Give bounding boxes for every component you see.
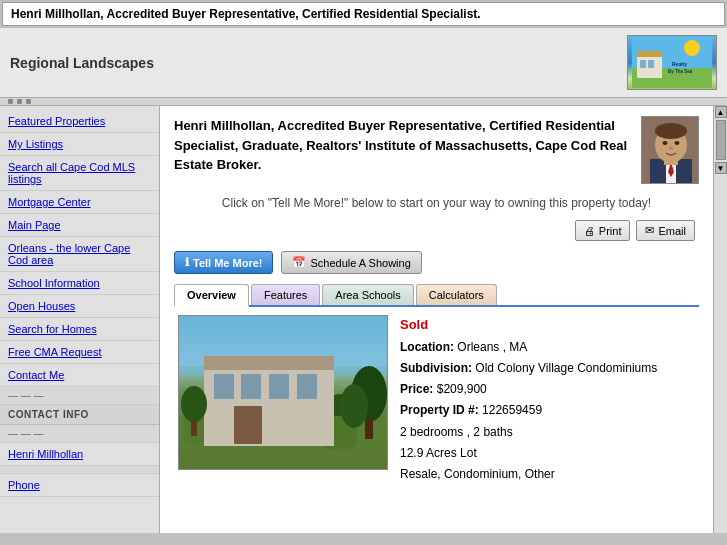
header-title: Regional Landscapes <box>10 55 154 71</box>
acres-value: 12.9 Acres Lot <box>400 446 477 460</box>
svg-rect-22 <box>204 356 334 370</box>
email-icon: ✉ <box>645 224 654 237</box>
sidebar-dots-1: — — — <box>0 387 159 405</box>
sidebar-item-school-information[interactable]: School Information <box>0 272 159 295</box>
svg-point-15 <box>655 123 687 139</box>
scroll-dot <box>26 99 31 104</box>
sidebar-dots-2: — — — <box>0 425 159 443</box>
svg-rect-29 <box>191 421 197 436</box>
property-id-row: Property ID #: 122659459 <box>400 401 695 420</box>
svg-rect-25 <box>269 374 289 399</box>
scroll-up-button[interactable]: ▲ <box>715 106 727 118</box>
property-id-value: 122659459 <box>482 403 542 417</box>
price-row: Price: $209,900 <box>400 380 695 399</box>
svg-point-17 <box>675 141 680 145</box>
beds-row: 2 bedrooms , 2 baths <box>400 423 695 442</box>
right-scrollbar: ▲ ▼ <box>713 106 727 533</box>
click-message: Click on "Tell Me More!" below to start … <box>174 192 699 214</box>
sold-status: Sold <box>400 315 695 336</box>
sidebar-item-featured-properties[interactable]: Featured Properties <box>0 110 159 133</box>
price-value: $209,900 <box>437 382 487 396</box>
svg-text:Realty: Realty <box>672 61 687 67</box>
svg-rect-24 <box>241 374 261 399</box>
svg-point-1 <box>684 40 700 56</box>
sidebar-item-open-houses[interactable]: Open Houses <box>0 295 159 318</box>
tab-features[interactable]: Features <box>251 284 320 305</box>
agent-bio-section: Henri Millhollan, Accredited Buyer Repre… <box>174 116 699 184</box>
sidebar-agent-name[interactable]: Henri Millhollan <box>0 443 159 466</box>
svg-rect-27 <box>234 406 262 444</box>
email-button[interactable]: ✉ Email <box>636 220 695 241</box>
property-details: Sold Location: Orleans , MA Subdivision:… <box>400 315 695 486</box>
scroll-area <box>0 98 727 106</box>
sidebar-phone-label: Phone <box>0 474 159 497</box>
scroll-dot <box>17 99 22 104</box>
type-row: Resale, Condominium, Other <box>400 465 695 484</box>
header: Regional Landscapes Realty By The Sea <box>0 28 727 98</box>
printer-icon: 🖨 <box>584 225 595 237</box>
sidebar: Featured Properties My Listings Search a… <box>0 106 160 533</box>
sidebar-item-orleans[interactable]: Orleans - the lower Cape Cod area <box>0 237 159 272</box>
sidebar-item-main-page[interactable]: Main Page <box>0 214 159 237</box>
acres-row: 12.9 Acres Lot <box>400 444 695 463</box>
subdivision-value: Old Colony Village Condominiums <box>475 361 657 375</box>
svg-rect-5 <box>648 60 654 68</box>
svg-text:By The Sea: By The Sea <box>668 69 693 74</box>
tab-overview[interactable]: Overview <box>174 284 249 307</box>
svg-point-18 <box>669 147 673 150</box>
agent-photo <box>641 116 699 184</box>
svg-rect-31 <box>365 419 373 439</box>
content-area: Henri Millhollan, Accredited Buyer Repre… <box>160 106 713 533</box>
location-label: Location: <box>400 340 454 354</box>
sidebar-contact-label: CONTACT INFO <box>0 405 159 425</box>
header-logo: Realty By The Sea <box>627 35 717 90</box>
svg-point-28 <box>181 386 207 422</box>
sidebar-item-my-listings[interactable]: My Listings <box>0 133 159 156</box>
sidebar-item-contact-me[interactable]: Contact Me <box>0 364 159 387</box>
tab-calculators[interactable]: Calculators <box>416 284 497 305</box>
subdivision-row: Subdivision: Old Colony Village Condomin… <box>400 359 695 378</box>
main-layout: Featured Properties My Listings Search a… <box>0 106 727 533</box>
scroll-thumb[interactable] <box>716 120 726 160</box>
property-image <box>178 315 388 470</box>
agent-bio-text: Henri Millhollan, Accredited Buyer Repre… <box>174 116 631 175</box>
action-buttons-row: 🖨 Print ✉ Email <box>174 220 699 241</box>
svg-point-32 <box>340 384 368 428</box>
scroll-down-button[interactable]: ▼ <box>715 162 727 174</box>
tell-more-button[interactable]: ℹ Tell Me More! <box>174 251 273 274</box>
calendar-icon: 📅 <box>292 256 306 269</box>
svg-rect-6 <box>637 51 662 57</box>
subdivision-label: Subdivision: <box>400 361 472 375</box>
type-value: Resale, Condominium, Other <box>400 467 555 481</box>
property-tabs: Overview Features Area Schools Calculato… <box>174 284 699 307</box>
location-row: Location: Orleans , MA <box>400 338 695 357</box>
top-title-bar: Henri Millhollan, Accredited Buyer Repre… <box>2 2 725 26</box>
sidebar-item-free-cma[interactable]: Free CMA Request <box>0 341 159 364</box>
beds-value: 2 bedrooms , 2 baths <box>400 425 513 439</box>
sidebar-item-mortgage-center[interactable]: Mortgage Center <box>0 191 159 214</box>
tab-area-schools[interactable]: Area Schools <box>322 284 413 305</box>
svg-point-16 <box>663 141 668 145</box>
property-id-label: Property ID #: <box>400 403 479 417</box>
location-value: Orleans , MA <box>457 340 527 354</box>
print-button[interactable]: 🖨 Print <box>575 220 631 241</box>
top-title-text: Henri Millhollan, Accredited Buyer Repre… <box>11 7 481 21</box>
property-content: Sold Location: Orleans , MA Subdivision:… <box>174 307 699 494</box>
svg-rect-23 <box>214 374 234 399</box>
sidebar-item-search-mls[interactable]: Search all Cape Cod MLS listings <box>0 156 159 191</box>
sidebar-item-search-homes[interactable]: Search for Homes <box>0 318 159 341</box>
property-buttons-row: ℹ Tell Me More! 📅 Schedule A Showing <box>174 247 699 278</box>
schedule-button[interactable]: 📅 Schedule A Showing <box>281 251 421 274</box>
scroll-dot <box>8 99 13 104</box>
info-icon: ℹ <box>185 256 189 269</box>
svg-rect-26 <box>297 374 317 399</box>
svg-rect-4 <box>640 60 646 68</box>
price-label: Price: <box>400 382 433 396</box>
